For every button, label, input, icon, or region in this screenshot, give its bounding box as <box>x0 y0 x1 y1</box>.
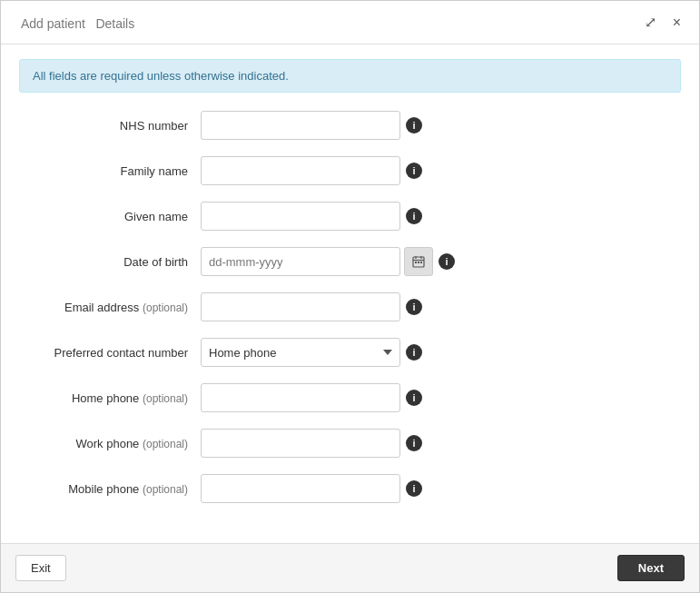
email-group: Email address (optional) i <box>19 292 681 321</box>
modal-header: Add patient Details ⤢ × <box>1 1 699 44</box>
dob-label: Date of birth <box>19 255 201 269</box>
work-phone-group: Work phone (optional) i <box>19 429 681 458</box>
nhs-number-group: NHS number i <box>19 111 681 140</box>
preferred-contact-info-icon[interactable]: i <box>406 344 422 361</box>
email-info-icon[interactable]: i <box>406 299 422 315</box>
family-name-input[interactable] <box>201 156 400 185</box>
svg-rect-6 <box>420 262 422 263</box>
home-phone-input[interactable] <box>201 383 400 412</box>
mobile-phone-group: Mobile phone (optional) i <box>19 474 681 503</box>
home-phone-label: Home phone (optional) <box>19 391 201 405</box>
work-phone-label: Work phone (optional) <box>19 437 201 450</box>
email-label: Email address (optional) <box>19 301 201 314</box>
next-button[interactable]: Next <box>617 555 685 581</box>
nhs-number-info-icon[interactable]: i <box>406 117 422 133</box>
dob-group: Date of birth i <box>19 247 681 276</box>
banner-text: All fields are required unless otherwise… <box>33 69 289 83</box>
work-phone-info-icon[interactable]: i <box>406 435 422 451</box>
nhs-number-input[interactable] <box>201 111 400 140</box>
dob-input-group <box>201 247 433 276</box>
home-phone-group: Home phone (optional) i <box>19 383 681 412</box>
subtitle-text: Details <box>95 16 134 31</box>
close-button[interactable]: × <box>669 12 685 33</box>
modal-title: Add patient Details <box>15 12 134 33</box>
given-name-group: Given name i <box>19 202 681 231</box>
mobile-phone-info-icon[interactable]: i <box>406 480 422 497</box>
calendar-icon <box>412 255 425 268</box>
dob-input[interactable] <box>201 247 400 276</box>
header-icons: ⤢ × <box>641 12 685 33</box>
home-phone-info-icon[interactable]: i <box>406 390 422 406</box>
family-name-info-icon[interactable]: i <box>406 163 422 179</box>
family-name-group: Family name i <box>19 156 681 185</box>
add-patient-modal: Add patient Details ⤢ × All fields are r… <box>0 0 700 593</box>
title-text: Add patient <box>21 16 85 31</box>
preferred-contact-select[interactable]: Home phone Work phone Mobile phone <box>201 338 400 367</box>
preferred-contact-label: Preferred contact number <box>19 346 201 360</box>
given-name-info-icon[interactable]: i <box>406 208 422 224</box>
preferred-contact-group: Preferred contact number Home phone Work… <box>19 338 681 367</box>
info-banner: All fields are required unless otherwise… <box>19 59 681 93</box>
given-name-input[interactable] <box>201 202 400 231</box>
modal-footer: Exit Next <box>1 543 699 592</box>
nhs-number-label: NHS number <box>19 119 201 133</box>
email-input[interactable] <box>201 292 400 321</box>
exit-button[interactable]: Exit <box>15 555 66 581</box>
svg-rect-4 <box>415 262 417 263</box>
work-phone-input[interactable] <box>201 429 400 458</box>
given-name-label: Given name <box>19 210 201 223</box>
expand-button[interactable]: ⤢ <box>641 12 660 33</box>
mobile-phone-label: Mobile phone (optional) <box>19 482 201 496</box>
family-name-label: Family name <box>19 164 201 178</box>
svg-rect-5 <box>418 262 419 263</box>
modal-body: All fields are required unless otherwise… <box>1 44 699 543</box>
dob-info-icon[interactable]: i <box>439 253 455 270</box>
mobile-phone-input[interactable] <box>201 474 400 503</box>
calendar-button[interactable] <box>404 247 433 276</box>
